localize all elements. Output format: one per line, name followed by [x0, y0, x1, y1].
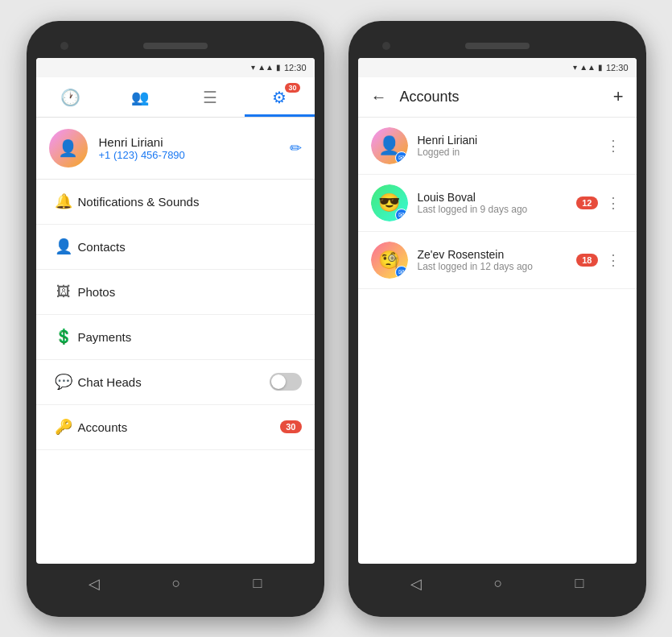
more-options-zeev[interactable]: ⋮	[603, 248, 624, 272]
account-item-louis[interactable]: 😎 ✉ Louis Boval Last logged in 9 days ag…	[358, 175, 637, 232]
photo-icon: 🖼	[49, 283, 78, 300]
people-icon	[131, 89, 149, 106]
status-icons-right: ▾ ▲▲ ▮	[573, 63, 603, 72]
speaker-right	[465, 43, 530, 49]
account-info-louis: Louis Boval Last logged in 9 days ago	[418, 191, 577, 215]
account-name-zeev: Ze'ev Rosenstein	[418, 248, 577, 261]
account-item-zeev[interactable]: 🧐 ✉ Ze'ev Rosenstein Last logged in 12 d…	[358, 232, 637, 289]
accounts-title: Accounts	[400, 89, 613, 105]
right-screen: ▾ ▲▲ ▮ 12:30 ← Accounts + 👤 ✉ Henri Liri…	[358, 58, 637, 564]
tab-list[interactable]	[175, 78, 245, 117]
menu-item-chatheads[interactable]: 💬 Chat Heads	[36, 360, 315, 405]
settings-badge: 30	[285, 83, 299, 93]
phone-top-left	[36, 34, 315, 58]
profile-name: Henri Liriani	[99, 135, 290, 149]
speaker-left	[143, 43, 208, 49]
list-icon	[203, 88, 217, 107]
clock-icon	[60, 88, 80, 107]
wifi-icon-right: ▾	[573, 63, 577, 72]
left-phone: ▾ ▲▲ ▮ 12:30 30 👤	[27, 21, 324, 617]
chatheads-icon: 💬	[49, 373, 78, 391]
phone-top-right	[358, 34, 637, 58]
account-right-louis: 12 ⋮	[576, 191, 623, 215]
messenger-badge-louis: ✉	[395, 209, 408, 221]
home-nav-right[interactable]	[494, 575, 503, 592]
left-screen: ▾ ▲▲ ▮ 12:30 30 👤	[36, 58, 315, 564]
photos-label: Photos	[78, 285, 302, 299]
account-avatar-henri: 👤 ✉	[371, 127, 408, 164]
key-icon: 🔑	[49, 418, 78, 436]
profile-info: Henri Liriani +1 (123) 456-7890	[99, 135, 290, 161]
menu-item-contacts[interactable]: 👤 Contacts	[36, 225, 315, 270]
account-avatar-louis: 😎 ✉	[371, 184, 408, 221]
gear-icon	[272, 88, 287, 107]
contact-icon: 👤	[49, 238, 78, 255]
unread-badge-zeev: 18	[576, 254, 597, 267]
status-icons-left: ▾ ▲▲ ▮	[251, 63, 281, 72]
wifi-icon: ▾	[251, 63, 255, 72]
profile-phone: +1 (123) 456-7890	[99, 149, 290, 161]
account-status-zeev: Last logged in 12 days ago	[418, 261, 577, 272]
camera-left	[60, 42, 68, 50]
status-bar-right: ▾ ▲▲ ▮ 12:30	[358, 58, 637, 77]
menu-item-accounts[interactable]: 🔑 Accounts 30	[36, 405, 315, 450]
tab-settings[interactable]: 30	[245, 78, 315, 117]
account-item-henri[interactable]: 👤 ✉ Henri Liriani Logged in ⋮	[358, 118, 637, 175]
tab-contacts[interactable]	[105, 78, 175, 117]
unread-badge-louis: 12	[576, 196, 597, 209]
recents-nav-left[interactable]	[254, 575, 262, 592]
messenger-badge-zeev: ✉	[395, 266, 408, 279]
menu-item-photos[interactable]: 🖼 Photos	[36, 270, 315, 315]
account-right-zeev: 18 ⋮	[576, 248, 623, 272]
accounts-badge: 30	[280, 420, 301, 433]
profile-section[interactable]: 👤 Henri Liriani +1 (123) 456-7890 ✏	[36, 118, 315, 180]
back-nav-left[interactable]	[89, 575, 100, 593]
more-options-louis[interactable]: ⋮	[603, 191, 624, 215]
notifications-label: Notifications & Sounds	[78, 195, 302, 209]
user-avatar: 👤	[49, 129, 88, 168]
more-options-henri[interactable]: ⋮	[603, 134, 624, 158]
right-phone: ▾ ▲▲ ▮ 12:30 ← Accounts + 👤 ✉ Henri Liri…	[348, 21, 646, 617]
account-right-henri: ⋮	[603, 134, 624, 158]
menu-item-payments[interactable]: 💲 Payments	[36, 315, 315, 360]
nav-tabs: 30	[36, 77, 315, 118]
time-right: 12:30	[606, 63, 629, 72]
back-nav-right[interactable]	[410, 575, 422, 593]
status-bar-left: ▾ ▲▲ ▮ 12:30	[36, 58, 315, 77]
account-status-louis: Last logged in 9 days ago	[418, 204, 577, 215]
account-info-zeev: Ze'ev Rosenstein Last logged in 12 days …	[418, 248, 577, 272]
account-name-louis: Louis Boval	[418, 191, 577, 204]
account-status-henri: Logged in	[418, 147, 603, 158]
contacts-label: Contacts	[78, 240, 302, 254]
account-name-henri: Henri Liriani	[418, 134, 603, 147]
bell-icon: 🔔	[49, 192, 78, 210]
home-nav-left[interactable]	[172, 575, 181, 592]
avatar-image: 👤	[49, 129, 88, 168]
chatheads-toggle[interactable]	[270, 373, 302, 391]
phone-bottom-right	[358, 564, 637, 604]
recents-nav-right[interactable]	[575, 575, 584, 592]
back-button[interactable]: ←	[371, 88, 387, 106]
edit-icon[interactable]: ✏	[290, 139, 302, 157]
chatheads-label: Chat Heads	[78, 375, 270, 389]
time-left: 12:30	[284, 63, 307, 72]
signal-icon: ▲▲	[258, 63, 274, 72]
signal-icon-right: ▲▲	[579, 63, 596, 72]
accounts-header: ← Accounts +	[358, 77, 637, 118]
battery-icon-right: ▮	[598, 63, 603, 72]
payments-label: Payments	[78, 330, 302, 344]
account-info-henri: Henri Liriani Logged in	[418, 134, 603, 158]
tab-recent[interactable]	[36, 78, 106, 117]
messenger-badge-henri: ✉	[395, 151, 408, 164]
camera-right	[382, 42, 390, 50]
menu-item-notifications[interactable]: 🔔 Notifications & Sounds	[36, 180, 315, 225]
battery-icon: ▮	[276, 63, 281, 72]
accounts-label: Accounts	[78, 420, 281, 434]
phone-bottom-left	[36, 564, 315, 604]
add-account-button[interactable]: +	[613, 86, 624, 107]
payment-icon: 💲	[49, 328, 78, 345]
account-avatar-zeev: 🧐 ✉	[371, 242, 408, 279]
